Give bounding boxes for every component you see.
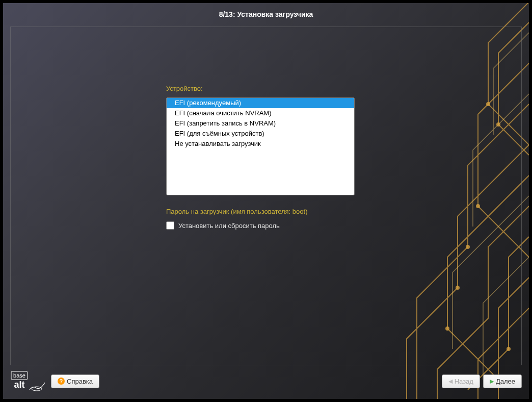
- back-button-label: Назад: [455, 378, 473, 385]
- installer-window: 8/13: Установка загрузчика Устройство: E…: [3, 3, 529, 399]
- device-listbox[interactable]: EFI (рекомендуемый) EFI (сначала очистит…: [166, 97, 355, 195]
- device-label: Устройство:: [166, 85, 355, 92]
- help-button-label: Справка: [67, 378, 93, 385]
- help-icon: ?: [58, 378, 65, 385]
- set-password-checkbox[interactable]: [166, 221, 174, 230]
- svg-point-10: [32, 387, 42, 391]
- device-option-no-bootloader[interactable]: Не устанавливать загрузчик: [167, 139, 354, 149]
- device-option-efi-removable[interactable]: EFI (для съёмных устройств): [167, 129, 354, 139]
- next-button[interactable]: ▶ Далее: [483, 374, 522, 388]
- footer-right: ◀ Назад ▶ Далее: [442, 374, 522, 388]
- set-password-label: Установить или сбросить пароль: [178, 222, 280, 230]
- basealt-logo: base alt: [10, 370, 46, 392]
- password-checkbox-row: Установить или сбросить пароль: [166, 221, 355, 230]
- svg-text:base: base: [13, 372, 25, 379]
- device-option-efi-no-nvram-write[interactable]: EFI (запретить запись в NVRAM): [167, 118, 354, 129]
- chevron-right-icon: ▶: [490, 378, 494, 385]
- page-title: 8/13: Установка загрузчика: [3, 3, 529, 26]
- content-area: Устройство: EFI (рекомендуемый) EFI (сна…: [166, 85, 355, 230]
- footer-left: base alt ? Справка: [10, 370, 99, 392]
- device-option-efi-clear-nvram[interactable]: EFI (сначала очистить NVRAM): [167, 108, 354, 118]
- footer: base alt ? Справка ◀ Назад ▶ Далее: [10, 370, 522, 392]
- password-section-label: Пароль на загрузчик (имя пользователя: b…: [166, 208, 355, 215]
- next-button-label: Далее: [496, 378, 515, 385]
- device-option-efi-recommended[interactable]: EFI (рекомендуемый): [167, 98, 354, 108]
- back-button: ◀ Назад: [442, 374, 480, 388]
- svg-text:alt: alt: [14, 380, 24, 390]
- chevron-left-icon: ◀: [448, 378, 453, 385]
- help-button[interactable]: ? Справка: [51, 374, 99, 388]
